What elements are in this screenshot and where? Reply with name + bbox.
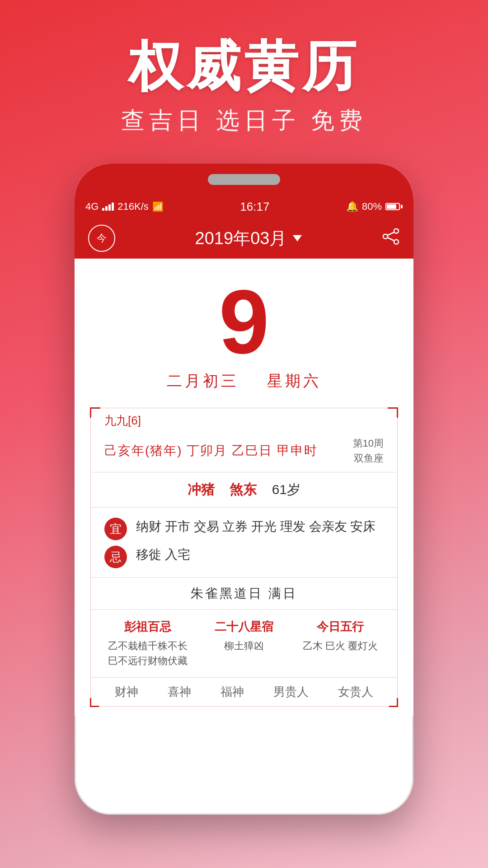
- signal-bar-4: [112, 203, 114, 211]
- sha-text: 煞东: [230, 482, 257, 497]
- ji-badge: 忌: [104, 546, 127, 568]
- ganzhi-text: 己亥年(猪年) 丁卯月 乙巳日 甲申时: [104, 442, 318, 459]
- top-title-area: 权威黄历 查吉日 选日子 免费: [0, 0, 488, 155]
- shen-item: 女贵人: [338, 684, 373, 700]
- speed-label: 216K/s: [117, 201, 149, 212]
- nine-nine-label: 九九[6]: [91, 408, 397, 429]
- ganzhi-row: 己亥年(猪年) 丁卯月 乙巳日 甲申时 第10周 双鱼座: [91, 429, 397, 472]
- pengzu-value: 乙不栽植千株不长 巳不远行财物伏藏: [108, 638, 188, 668]
- xiu-item: 二十八星宿 柳土獐凶: [196, 614, 292, 673]
- status-right: 🔔 80%: [346, 201, 403, 212]
- month-title-text: 2019年03月: [195, 227, 287, 250]
- speaker: [208, 174, 280, 185]
- xiu-value: 柳土獐凶: [224, 638, 264, 653]
- phone-mockup: 4G 216K/s 📶 16:17 🔔 80% 今: [75, 164, 413, 815]
- lunar-weekday: 二月初三 星期六: [167, 371, 321, 392]
- phone-top: [75, 164, 413, 195]
- today-label: 今: [97, 231, 107, 245]
- svg-line-4: [388, 237, 394, 241]
- zodiac-info: 第10周 双鱼座: [353, 436, 384, 466]
- wuxing-label: 今日五行: [317, 619, 364, 635]
- share-button[interactable]: [382, 227, 400, 250]
- big-date-area: 9 二月初三 星期六: [75, 259, 413, 401]
- weekday: 星期六: [267, 372, 321, 389]
- shen-item: 喜神: [168, 684, 191, 700]
- wuxing-item: 今日五行 乙木 巳火 覆灯火: [292, 614, 388, 673]
- signal-bar-3: [108, 204, 111, 211]
- week-num: 第10周: [353, 436, 384, 451]
- main-content: 9 二月初三 星期六 九九[6] 己亥年(猪年) 丁卯月 乙巳日 甲申时 第10…: [75, 259, 413, 716]
- status-bar: 4G 216K/s 📶 16:17 🔔 80%: [75, 195, 413, 218]
- signal-bar-2: [105, 206, 108, 211]
- yi-row: 宜 纳财 开市 交易 立券 开光 理发 会亲友 安床: [104, 517, 384, 540]
- yi-label: 宜: [110, 521, 122, 537]
- chong-text: 冲猪: [188, 482, 215, 497]
- battery-tip: [401, 205, 403, 208]
- lunar-date: 二月初三: [167, 372, 239, 389]
- yi-badge: 宜: [104, 518, 127, 540]
- yi-ji-section: 宜 纳财 开市 交易 立券 开光 理发 会亲友 安床 忌 移徙 入宅: [91, 508, 397, 577]
- big-day-number: 9: [219, 277, 269, 367]
- corner-br: [389, 698, 398, 707]
- ji-label: 忌: [110, 549, 122, 565]
- app-header: 今 2019年03月: [75, 218, 413, 259]
- pengzu-label: 彭祖百忌: [124, 619, 171, 635]
- svg-point-1: [383, 234, 388, 239]
- corner-bl: [90, 698, 99, 707]
- svg-line-3: [388, 232, 394, 235]
- status-left: 4G 216K/s 📶: [85, 201, 164, 212]
- chong-row: 冲猪 煞东 61岁: [91, 472, 397, 507]
- wuxing-value: 乙木 巳火 覆灯火: [303, 638, 378, 653]
- age-text: 61岁: [272, 482, 300, 497]
- svg-point-2: [394, 240, 399, 244]
- black-day-row: 朱雀黑道日 满日: [91, 578, 397, 609]
- alarm-icon: 🔔: [346, 201, 358, 212]
- shen-item: 福神: [221, 684, 244, 700]
- sub-title: 查吉日 选日子 免费: [27, 105, 461, 137]
- info-panel: 九九[6] 己亥年(猪年) 丁卯月 乙巳日 甲申时 第10周 双鱼座 冲猪 煞东…: [90, 408, 398, 707]
- yi-content: 纳财 开市 交易 立券 开光 理发 会亲友 安床: [136, 517, 384, 537]
- zodiac: 双鱼座: [353, 451, 384, 466]
- main-title: 权威黄历: [27, 36, 461, 96]
- ji-row: 忌 移徙 入宅: [104, 545, 384, 568]
- battery-pct: 80%: [362, 201, 382, 212]
- signal-bars: [102, 203, 114, 211]
- ji-content: 移徙 入宅: [136, 545, 384, 565]
- dropdown-arrow-icon: [293, 235, 302, 241]
- month-selector[interactable]: 2019年03月: [195, 227, 302, 250]
- signal-label: 4G: [85, 201, 99, 212]
- signal-bar-1: [102, 208, 104, 211]
- battery-body: [385, 203, 400, 210]
- battery-fill: [387, 204, 396, 209]
- status-time: 16:17: [240, 200, 269, 214]
- bottom-grid: 彭祖百忌 乙不栽植千株不长 巳不远行财物伏藏 二十八星宿 柳土獐凶 今日五行 乙…: [91, 610, 397, 677]
- today-button[interactable]: 今: [88, 225, 115, 252]
- xiu-label: 二十八星宿: [215, 619, 273, 635]
- wifi-icon: 📶: [152, 201, 164, 212]
- battery-icon: [385, 203, 403, 210]
- shen-row: 财神喜神福神男贵人女贵人: [91, 677, 397, 706]
- shen-item: 财神: [115, 684, 138, 700]
- pengzu-item: 彭祖百忌 乙不栽植千株不长 巳不远行财物伏藏: [100, 614, 196, 673]
- svg-point-0: [394, 229, 399, 233]
- shen-item: 男贵人: [273, 684, 309, 700]
